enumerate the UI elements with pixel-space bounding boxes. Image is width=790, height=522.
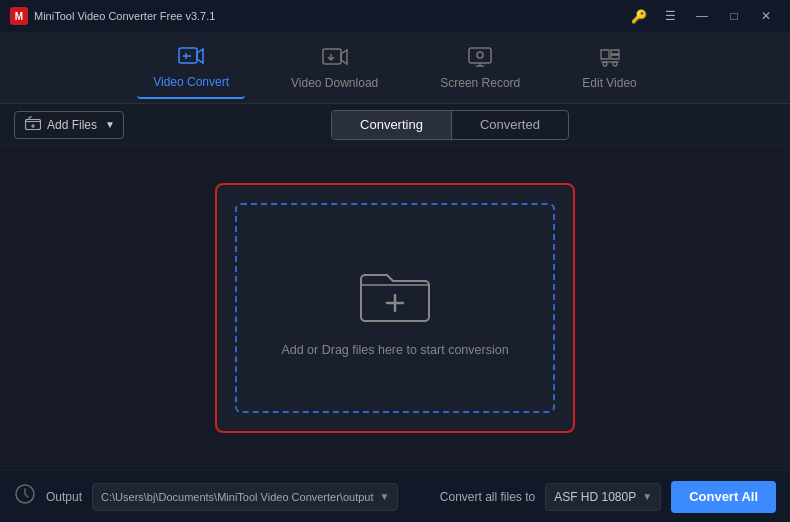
nav-edit-video-label: Edit Video	[582, 76, 637, 90]
clock-icon	[14, 483, 36, 510]
close-button[interactable]: ✕	[752, 5, 780, 27]
folder-icon	[355, 259, 435, 327]
output-dropdown-arrow: ▼	[380, 491, 390, 502]
drop-zone-outer: Add or Drag files here to start conversi…	[215, 183, 575, 433]
main-content: Add or Drag files here to start conversi…	[0, 146, 790, 470]
format-selector[interactable]: ASF HD 1080P ▼	[545, 483, 661, 511]
maximize-button[interactable]: □	[720, 5, 748, 27]
drop-zone-inner[interactable]: Add or Drag files here to start conversi…	[235, 203, 555, 413]
nav-video-download[interactable]: Video Download	[275, 38, 394, 98]
app-title: MiniTool Video Converter Free v3.7.1	[34, 10, 215, 22]
folder-icon-wrap	[355, 259, 435, 327]
add-files-label: Add Files	[47, 118, 97, 132]
screen-record-icon	[467, 46, 493, 72]
toolbar: Add Files ▼ Converting Converted	[0, 104, 790, 146]
nav-video-download-label: Video Download	[291, 76, 378, 90]
format-text: ASF HD 1080P	[554, 490, 636, 504]
format-dropdown-arrow: ▼	[642, 491, 652, 502]
converted-tab[interactable]: Converted	[452, 111, 568, 139]
add-files-icon	[25, 116, 41, 133]
convert-all-button[interactable]: Convert All	[671, 481, 776, 513]
drop-zone-text: Add or Drag files here to start conversi…	[281, 343, 508, 357]
minimize-button[interactable]: —	[688, 5, 716, 27]
svg-rect-1	[323, 49, 341, 64]
convert-all-label: Convert all files to	[440, 490, 535, 504]
footer: Output C:\Users\bj\Documents\MiniTool Vi…	[0, 470, 790, 522]
nav-video-convert-label: Video Convert	[153, 75, 229, 89]
video-convert-icon	[178, 45, 204, 71]
nav-screen-record-label: Screen Record	[440, 76, 520, 90]
title-bar-controls: 🔑 ☰ — □ ✕	[626, 5, 780, 27]
converting-tab[interactable]: Converting	[332, 111, 452, 139]
output-label: Output	[46, 490, 82, 504]
hamburger-button[interactable]: ☰	[656, 5, 684, 27]
nav-screen-record[interactable]: Screen Record	[424, 38, 536, 98]
edit-video-icon	[597, 46, 623, 72]
conversion-tabs: Converting Converted	[331, 110, 569, 140]
title-bar-left: M MiniTool Video Converter Free v3.7.1	[10, 7, 215, 25]
video-download-icon	[322, 46, 348, 72]
add-files-button[interactable]: Add Files ▼	[14, 111, 124, 139]
app-logo: M	[10, 7, 28, 25]
svg-point-5	[613, 62, 617, 66]
svg-point-3	[477, 52, 483, 58]
nav-edit-video[interactable]: Edit Video	[566, 38, 653, 98]
output-path-selector[interactable]: C:\Users\bj\Documents\MiniTool Video Con…	[92, 483, 398, 511]
title-bar: M MiniTool Video Converter Free v3.7.1 🔑…	[0, 0, 790, 32]
key-button[interactable]: 🔑	[626, 5, 652, 27]
output-path-text: C:\Users\bj\Documents\MiniTool Video Con…	[101, 491, 373, 503]
svg-point-4	[603, 62, 607, 66]
nav-bar: Video Convert Video Download Screen Reco…	[0, 32, 790, 104]
add-files-dropdown-arrow: ▼	[105, 119, 115, 130]
svg-rect-2	[469, 48, 491, 63]
nav-video-convert[interactable]: Video Convert	[137, 37, 245, 99]
